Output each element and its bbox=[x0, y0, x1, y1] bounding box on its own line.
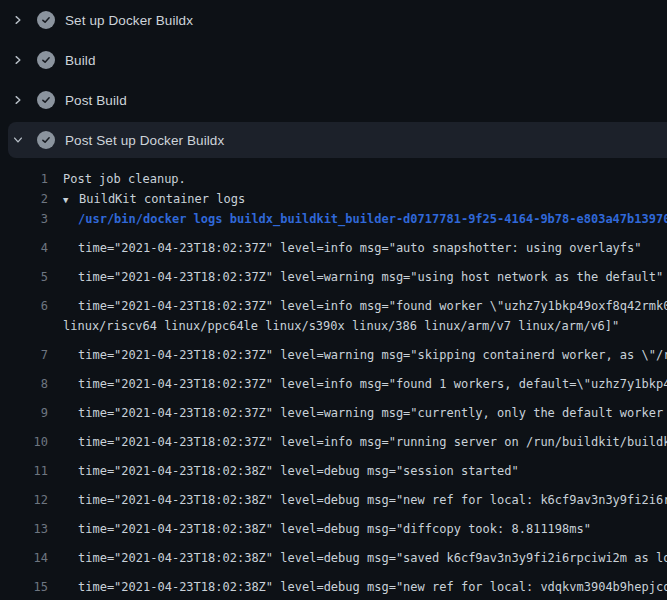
log-group-toggle[interactable]: ▼BuildKit container logs bbox=[63, 189, 245, 209]
log-line-number[interactable]: 7 bbox=[0, 345, 48, 365]
log-line-text: time="2021-04-23T18:02:38Z" level=debug … bbox=[78, 548, 667, 568]
step-header-post-build[interactable]: Post Build bbox=[0, 80, 667, 120]
log-row: 2 ▼BuildKit container logs bbox=[0, 189, 667, 209]
log-line-number[interactable]: 15 bbox=[0, 577, 48, 597]
step-label: Post Set up Docker Buildx bbox=[65, 133, 224, 148]
check-circle-icon bbox=[37, 11, 55, 29]
group-expanded-triangle-icon: ▼ bbox=[63, 190, 79, 210]
log-row: 11 time="2021-04-23T18:02:38Z" level=deb… bbox=[0, 452, 667, 481]
log-viewer: 1 Post job cleanup. 2 ▼BuildKit containe… bbox=[0, 160, 667, 600]
log-line-text: time="2021-04-23T18:02:37Z" level=info m… bbox=[78, 296, 667, 316]
log-line-number[interactable]: 4 bbox=[0, 238, 48, 258]
log-line-text: time="2021-04-23T18:02:37Z" level=info m… bbox=[78, 374, 667, 394]
log-row: 8 time="2021-04-23T18:02:37Z" level=info… bbox=[0, 365, 667, 394]
log-line-number[interactable]: 9 bbox=[0, 403, 48, 423]
step-header-post-set-up-docker-buildx[interactable]: Post Set up Docker Buildx bbox=[0, 120, 667, 160]
log-row: 12 time="2021-04-23T18:02:38Z" level=deb… bbox=[0, 481, 667, 510]
log-line-text: time="2021-04-23T18:02:37Z" level=warnin… bbox=[78, 345, 667, 365]
log-line-number[interactable]: 12 bbox=[0, 490, 48, 510]
log-line-number[interactable]: 6 bbox=[0, 296, 48, 316]
chevron-down-icon bbox=[11, 133, 25, 147]
log-line-number[interactable]: 11 bbox=[0, 461, 48, 481]
log-line-text: linux/riscv64 linux/ppc64le linux/s390x … bbox=[63, 316, 619, 336]
chevron-right-icon bbox=[11, 53, 25, 67]
log-line-text: time="2021-04-23T18:02:37Z" level=warnin… bbox=[78, 267, 663, 287]
log-row: 7 time="2021-04-23T18:02:37Z" level=warn… bbox=[0, 336, 667, 365]
step-label: Set up Docker Buildx bbox=[65, 13, 193, 28]
log-line-number[interactable]: 8 bbox=[0, 374, 48, 394]
log-line-number[interactable]: 3 bbox=[0, 209, 48, 229]
step-header-build[interactable]: Build bbox=[0, 40, 667, 80]
log-line-text: time="2021-04-23T18:02:38Z" level=debug … bbox=[78, 519, 591, 539]
log-line-text: time="2021-04-23T18:02:37Z" level=info m… bbox=[78, 238, 642, 258]
chevron-right-icon bbox=[11, 93, 25, 107]
log-line-number[interactable]: 1 bbox=[0, 169, 48, 189]
step-label: Post Build bbox=[65, 93, 127, 108]
check-circle-icon bbox=[37, 51, 55, 69]
log-line-text: time="2021-04-23T18:02:38Z" level=debug … bbox=[78, 461, 519, 481]
chevron-right-icon bbox=[11, 13, 25, 27]
log-row: 9 time="2021-04-23T18:02:37Z" level=warn… bbox=[0, 394, 667, 423]
log-row: 13 time="2021-04-23T18:02:38Z" level=deb… bbox=[0, 510, 667, 539]
log-line-text: time="2021-04-23T18:02:37Z" level=warnin… bbox=[78, 403, 667, 423]
log-line-number bbox=[0, 316, 48, 336]
log-row: 10 time="2021-04-23T18:02:37Z" level=inf… bbox=[0, 423, 667, 452]
check-circle-icon bbox=[37, 91, 55, 109]
log-row: 5 time="2021-04-23T18:02:37Z" level=warn… bbox=[0, 258, 667, 287]
log-line-number[interactable]: 13 bbox=[0, 519, 48, 539]
log-row: 1 Post job cleanup. bbox=[0, 169, 667, 189]
log-row: 4 time="2021-04-23T18:02:37Z" level=info… bbox=[0, 229, 667, 258]
log-line-text: /usr/bin/docker logs buildx_buildkit_bui… bbox=[78, 209, 667, 229]
log-row: 3 /usr/bin/docker logs buildx_buildkit_b… bbox=[0, 209, 667, 229]
check-circle-icon bbox=[37, 131, 55, 149]
step-header-set-up-docker-buildx[interactable]: Set up Docker Buildx bbox=[0, 0, 667, 40]
step-label: Build bbox=[65, 53, 96, 68]
log-line-text: time="2021-04-23T18:02:38Z" level=debug … bbox=[78, 490, 667, 510]
log-line-number[interactable]: 10 bbox=[0, 432, 48, 452]
log-row: 14 time="2021-04-23T18:02:38Z" level=deb… bbox=[0, 539, 667, 568]
log-row: linux/riscv64 linux/ppc64le linux/s390x … bbox=[0, 316, 667, 336]
log-line-number[interactable]: 5 bbox=[0, 267, 48, 287]
log-line-number[interactable]: 14 bbox=[0, 548, 48, 568]
log-line-text: time="2021-04-23T18:02:37Z" level=info m… bbox=[78, 432, 667, 452]
log-row: 6 time="2021-04-23T18:02:37Z" level=info… bbox=[0, 287, 667, 316]
log-line-number[interactable]: 2 bbox=[0, 189, 48, 209]
log-row: 15 time="2021-04-23T18:02:38Z" level=deb… bbox=[0, 568, 667, 597]
log-line-text: Post job cleanup. bbox=[63, 169, 186, 189]
step-list: Set up Docker Buildx Build Post Build bbox=[0, 0, 667, 160]
log-line-text: time="2021-04-23T18:02:38Z" level=debug … bbox=[78, 577, 667, 597]
